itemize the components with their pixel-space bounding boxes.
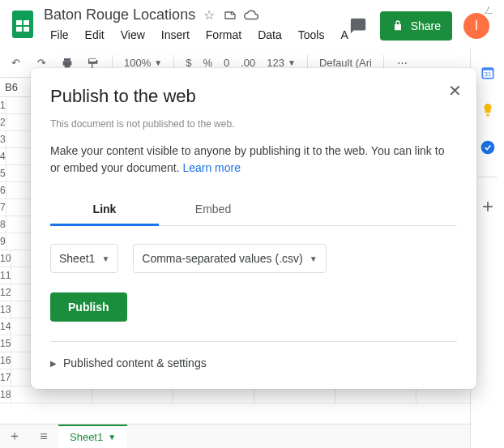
publish-tabs: Link Embed (50, 194, 457, 226)
expand-triangle-icon: ▶ (50, 359, 57, 368)
tab-embed[interactable]: Embed (159, 194, 267, 225)
google-sheets-window: { "header": { "doc_title": "Baton Rouge … (0, 0, 504, 448)
chevron-down-icon: ▼ (101, 254, 109, 263)
divider (50, 341, 457, 342)
publish-dialog: ✕ Publish to the web This document is no… (31, 68, 476, 389)
published-content-expander[interactable]: ▶ Published content & settings (50, 356, 457, 369)
learn-more-link[interactable]: Learn more (182, 161, 241, 174)
close-icon[interactable]: ✕ (448, 83, 462, 99)
format-select-dropdown[interactable]: Comma-separated values (.csv)▼ (133, 244, 326, 273)
dialog-title: Publish to the web (50, 86, 457, 107)
publish-button[interactable]: Publish (50, 292, 127, 322)
not-published-note: This document is not published to the we… (50, 118, 457, 130)
sheet-select-dropdown[interactable]: Sheet1▼ (50, 244, 118, 273)
chevron-down-icon: ▼ (310, 254, 318, 263)
tab-link[interactable]: Link (50, 194, 159, 226)
dialog-description: Make your content visible to anyone by p… (50, 143, 457, 177)
